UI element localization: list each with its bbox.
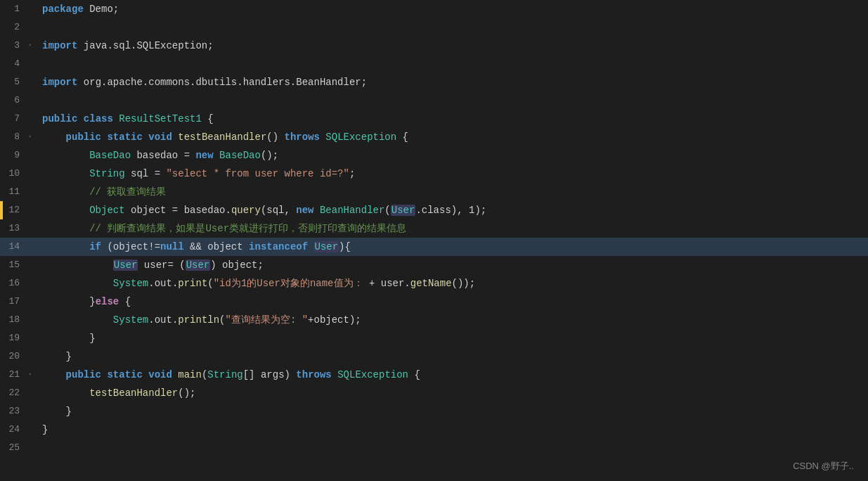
line-code <box>39 439 868 457</box>
code-line: 23 } <box>0 402 868 421</box>
line-number: 7 <box>0 110 28 128</box>
fold-arrow[interactable] <box>28 91 39 110</box>
line-number: 24 <box>0 421 28 439</box>
fold-arrow[interactable]: ◦ <box>28 37 39 55</box>
line-code <box>39 91 868 110</box>
code-line: 22 testBeanHandler(); <box>0 384 868 402</box>
code-line: 7public class ResultSetTest1 { <box>0 110 868 128</box>
line-number: 18 <box>0 311 28 329</box>
line-code: }else { <box>39 293 868 311</box>
code-line: 13 // 判断查询结果，如果是User类就进行打印，否则打印查询的结果信息 <box>0 219 868 238</box>
code-line: 2 <box>0 18 868 37</box>
line-number: 8 <box>0 128 28 146</box>
line-code: // 判断查询结果，如果是User类就进行打印，否则打印查询的结果信息 <box>39 219 868 238</box>
line-code: import org.apache.commons.dbutils.handle… <box>39 73 868 91</box>
fold-arrow[interactable] <box>28 347 39 366</box>
code-line: 11 // 获取查询结果 <box>0 183 868 201</box>
line-number: 10 <box>0 165 28 183</box>
line-code: if (object!=null && object instanceof Us… <box>39 238 868 256</box>
line-code: public class ResultSetTest1 { <box>39 110 868 128</box>
code-line: 25 <box>0 439 868 457</box>
line-code: testBeanHandler(); <box>39 384 868 402</box>
fold-arrow[interactable] <box>28 146 39 165</box>
line-number: 14 <box>0 238 28 256</box>
code-editor: 1package Demo;23◦import java.sql.SQLExce… <box>0 0 868 481</box>
fold-arrow[interactable]: ◦ <box>28 366 39 384</box>
fold-arrow[interactable] <box>28 110 39 128</box>
line-number: 23 <box>0 402 28 421</box>
line-code: User user= (User) object; <box>39 256 868 274</box>
fold-arrow[interactable] <box>28 439 39 457</box>
code-line: 5import org.apache.commons.dbutils.handl… <box>0 73 868 91</box>
fold-arrow[interactable] <box>28 421 39 439</box>
fold-arrow[interactable] <box>28 256 39 274</box>
code-line: 21◦ public static void main(String[] arg… <box>0 366 868 384</box>
code-line: 14 if (object!=null && object instanceof… <box>0 238 868 256</box>
line-code: System.out.println("查询结果为空: "+object); <box>39 311 868 329</box>
line-indicator <box>0 201 3 219</box>
fold-arrow[interactable] <box>28 311 39 329</box>
line-code <box>39 55 868 73</box>
line-number: 9 <box>0 146 28 165</box>
code-line: 19 } <box>0 329 868 347</box>
fold-arrow[interactable] <box>28 201 39 219</box>
code-line: 1package Demo; <box>0 0 868 18</box>
line-code: } <box>39 402 868 421</box>
code-line: 3◦import java.sql.SQLException; <box>0 37 868 55</box>
code-line: 15 User user= (User) object; <box>0 256 868 274</box>
line-number: 4 <box>0 55 28 73</box>
line-code <box>39 18 868 37</box>
fold-arrow[interactable] <box>28 402 39 421</box>
line-number: 13 <box>0 219 28 238</box>
line-number: 16 <box>0 274 28 293</box>
line-code: } <box>39 421 868 439</box>
line-number: 15 <box>0 256 28 274</box>
fold-arrow[interactable] <box>28 219 39 238</box>
line-code: BaseDao basedao = new BaseDao(); <box>39 146 868 165</box>
line-number: 19 <box>0 329 28 347</box>
line-code: // 获取查询结果 <box>39 183 868 201</box>
line-number: 1 <box>0 0 28 18</box>
code-line: 12 Object object = basedao.query(sql, ne… <box>0 201 868 219</box>
line-number: 12 <box>0 201 28 219</box>
line-code: import java.sql.SQLException; <box>39 37 868 55</box>
fold-arrow[interactable] <box>28 183 39 201</box>
code-line: 16 System.out.print("id为1的User对象的name值为：… <box>0 274 868 293</box>
line-code: } <box>39 347 868 366</box>
code-line: 20 } <box>0 347 868 366</box>
line-number: 21 <box>0 366 28 384</box>
code-line: 4 <box>0 55 868 73</box>
line-number: 6 <box>0 91 28 110</box>
line-number: 17 <box>0 293 28 311</box>
fold-arrow[interactable] <box>28 0 39 18</box>
fold-arrow[interactable] <box>28 293 39 311</box>
fold-arrow[interactable] <box>28 165 39 183</box>
line-number: 3 <box>0 37 28 55</box>
code-line: 10 String sql = "select * from user wher… <box>0 165 868 183</box>
line-number: 5 <box>0 73 28 91</box>
fold-arrow[interactable]: ◦ <box>28 128 39 146</box>
line-code: public static void testBeanHandler() thr… <box>39 128 868 146</box>
code-line: 17 }else { <box>0 293 868 311</box>
fold-arrow[interactable] <box>28 384 39 402</box>
line-code: System.out.print("id为1的User对象的name值为： + … <box>39 274 868 293</box>
line-code: } <box>39 329 868 347</box>
fold-arrow[interactable] <box>28 238 39 256</box>
fold-arrow[interactable] <box>28 274 39 293</box>
line-number: 20 <box>0 347 28 366</box>
watermark: CSDN @野子.. <box>793 460 854 473</box>
fold-arrow[interactable] <box>28 329 39 347</box>
line-code: Object object = basedao.query(sql, new B… <box>39 201 868 219</box>
code-line: 24} <box>0 421 868 439</box>
fold-arrow[interactable] <box>28 73 39 91</box>
fold-arrow[interactable] <box>28 55 39 73</box>
line-code: package Demo; <box>39 0 868 18</box>
code-line: 8◦ public static void testBeanHandler() … <box>0 128 868 146</box>
line-number: 2 <box>0 18 28 37</box>
line-code: String sql = "select * from user where i… <box>39 165 868 183</box>
line-number: 22 <box>0 384 28 402</box>
code-line: 9 BaseDao basedao = new BaseDao(); <box>0 146 868 165</box>
code-line: 6 <box>0 91 868 110</box>
line-number: 11 <box>0 183 28 201</box>
fold-arrow[interactable] <box>28 18 39 37</box>
